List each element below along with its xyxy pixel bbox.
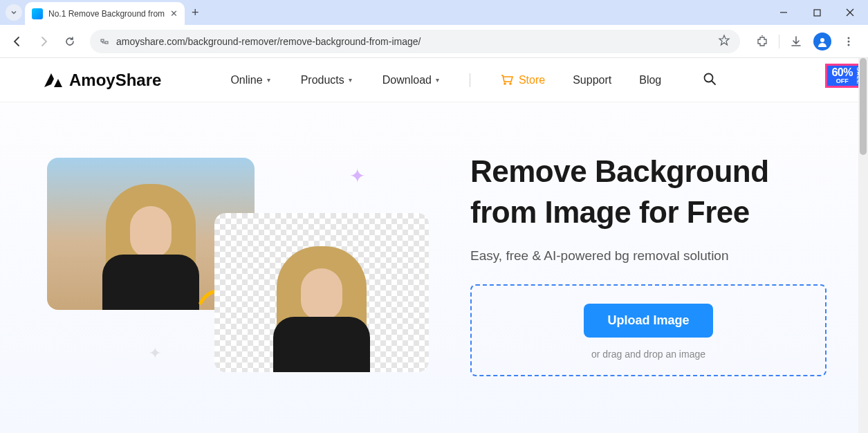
nav-online[interactable]: Online▾ (230, 74, 270, 86)
hero-title: Remove Background from Image for Free (470, 151, 827, 233)
sale-percent: 60% (831, 67, 853, 78)
svg-point-10 (848, 40, 850, 42)
site-info-icon[interactable] (100, 37, 109, 46)
new-tab-button[interactable]: + (192, 6, 199, 20)
svg-point-11 (848, 44, 850, 46)
scrollbar[interactable] (858, 58, 868, 433)
sparkle-icon: ✦ (149, 344, 161, 362)
back-button[interactable] (6, 30, 29, 53)
sale-off: OFF (836, 78, 849, 84)
tab-close-icon[interactable]: ✕ (170, 8, 178, 19)
hero-section: ✦ ✦ Remove Background from Image for Fre… (0, 102, 868, 433)
url-text: amoyshare.com/background-remover/remove-… (116, 36, 711, 47)
tab-bar: No.1 Remove Background from ✕ + (0, 0, 868, 25)
chevron-down-icon: ▾ (349, 76, 352, 84)
tab-title: No.1 Remove Background from (48, 9, 165, 19)
svg-rect-4 (101, 39, 104, 42)
hero-visual: ✦ ✦ (41, 144, 429, 433)
svg-point-8 (820, 38, 824, 42)
svg-rect-1 (814, 10, 820, 16)
menu-button[interactable] (839, 32, 858, 51)
maximize-button[interactable] (804, 3, 829, 22)
chevron-down-icon: ▾ (267, 76, 270, 84)
site-header: AmoyShare Online▾ Products▾ Download▾ St… (0, 58, 868, 102)
nav-download[interactable]: Download▾ (382, 74, 439, 86)
address-bar[interactable]: amoyshare.com/background-remover/remove-… (90, 30, 740, 53)
logo-icon (41, 71, 64, 90)
hero-subtitle: Easy, free & AI-powered bg removal solut… (470, 248, 827, 264)
nav-store[interactable]: Store (501, 74, 545, 86)
cart-icon (501, 75, 513, 86)
upload-button[interactable]: Upload Image (584, 304, 712, 338)
nav-support[interactable]: Support (573, 74, 611, 86)
minimize-button[interactable] (771, 3, 796, 22)
forward-button[interactable] (32, 30, 55, 53)
downloads-icon[interactable] (786, 32, 806, 51)
logo-text: AmoyShare (69, 71, 161, 90)
upload-zone[interactable]: Upload Image or drag and drop an image (470, 284, 827, 376)
browser-tab[interactable]: No.1 Remove Background from ✕ (25, 2, 185, 26)
nav-products[interactable]: Products▾ (301, 74, 352, 86)
chevron-down-icon: ▾ (436, 76, 439, 84)
tab-favicon (32, 8, 43, 19)
scroll-thumb[interactable] (860, 58, 867, 155)
profile-button[interactable] (813, 32, 832, 51)
svg-rect-5 (105, 42, 108, 44)
image-after (214, 213, 429, 372)
drag-drop-text: or drag and drop an image (486, 349, 811, 360)
search-icon[interactable] (703, 72, 717, 89)
address-bar-row: amoyshare.com/background-remover/remove-… (0, 25, 868, 58)
bookmark-star-icon[interactable] (718, 34, 730, 49)
sparkle-icon: ✦ (349, 165, 365, 187)
svg-point-9 (848, 37, 850, 39)
reload-button[interactable] (58, 30, 82, 53)
nav-divider (470, 73, 470, 87)
svg-line-13 (712, 81, 715, 84)
tab-search-button[interactable] (6, 4, 22, 21)
logo[interactable]: AmoyShare (41, 71, 161, 90)
close-window-button[interactable] (838, 3, 862, 22)
nav-blog[interactable]: Blog (639, 74, 661, 86)
extensions-icon[interactable] (752, 32, 772, 51)
